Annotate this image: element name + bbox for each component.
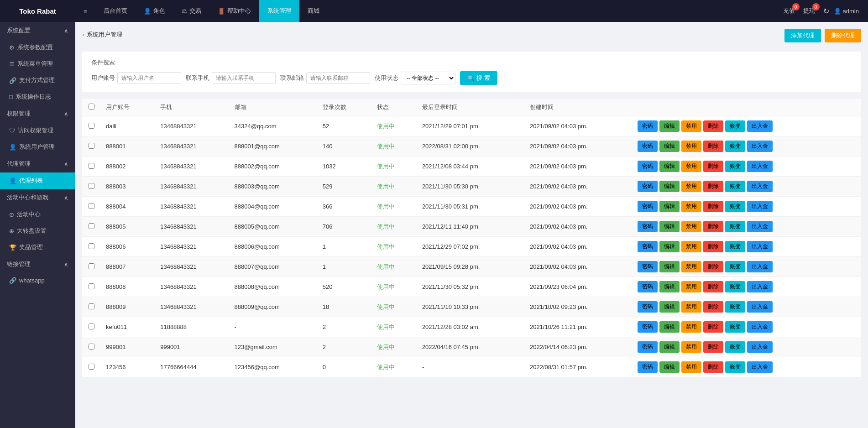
sidebar-group-link[interactable]: 链接管理 ∧ xyxy=(0,256,75,273)
disable-button[interactable]: 禁用 xyxy=(681,120,701,132)
edit-button[interactable]: 编辑 xyxy=(659,301,680,313)
nav-system[interactable]: 系统管理 xyxy=(259,0,299,22)
account-change-button[interactable]: 账变 xyxy=(725,241,745,252)
row-checkbox[interactable] xyxy=(89,324,94,329)
delete-button[interactable]: 删除 xyxy=(703,281,723,292)
account-change-button[interactable]: 账变 xyxy=(725,141,745,152)
row-checkbox[interactable] xyxy=(89,344,94,350)
row-checkbox[interactable] xyxy=(89,364,94,370)
edit-button[interactable]: 编辑 xyxy=(659,241,680,252)
nav-role[interactable]: 👤 角色 xyxy=(136,0,173,22)
disable-button[interactable]: 禁用 xyxy=(681,361,701,373)
password-button[interactable]: 密码 xyxy=(638,221,658,232)
delete-agent-button[interactable]: 删除代理 xyxy=(825,29,861,42)
delete-button[interactable]: 删除 xyxy=(703,221,723,232)
edit-button[interactable]: 编辑 xyxy=(659,141,680,152)
add-agent-button[interactable]: 添加代理 xyxy=(784,29,821,42)
password-button[interactable]: 密码 xyxy=(638,281,658,292)
sidebar-item-payment[interactable]: 🔗 支付方式管理 xyxy=(0,72,75,89)
sidebar-item-wheel[interactable]: ⊕ 大转盘设置 xyxy=(0,223,75,239)
delete-button[interactable]: 删除 xyxy=(703,181,723,192)
disable-button[interactable]: 禁用 xyxy=(681,301,701,313)
delete-button[interactable]: 删除 xyxy=(703,161,723,172)
edit-button[interactable]: 编辑 xyxy=(659,361,680,373)
deposit-button[interactable]: 出入金 xyxy=(747,181,773,192)
sidebar-group-agent[interactable]: 代理管理 ∧ xyxy=(0,155,75,172)
disable-button[interactable]: 禁用 xyxy=(681,181,701,192)
row-checkbox[interactable] xyxy=(89,163,94,169)
account-change-button[interactable]: 账变 xyxy=(725,321,745,333)
edit-button[interactable]: 编辑 xyxy=(659,201,680,212)
edit-button[interactable]: 编辑 xyxy=(659,321,680,333)
deposit-button[interactable]: 出入金 xyxy=(747,120,773,132)
sidebar-item-activity-center[interactable]: ⊙ 活动中心 xyxy=(0,206,75,223)
password-button[interactable]: 密码 xyxy=(638,321,658,333)
account-change-button[interactable]: 账变 xyxy=(725,221,745,232)
deposit-button[interactable]: 出入金 xyxy=(747,161,773,172)
delete-button[interactable]: 删除 xyxy=(703,341,723,353)
account-change-button[interactable]: 账变 xyxy=(725,201,745,212)
deposit-button[interactable]: 出入金 xyxy=(747,221,773,232)
row-checkbox[interactable] xyxy=(89,263,94,269)
edit-button[interactable]: 编辑 xyxy=(659,341,680,353)
row-checkbox[interactable] xyxy=(89,303,94,309)
account-change-button[interactable]: 账变 xyxy=(725,161,745,172)
sidebar-item-whatsapp[interactable]: 🔗 whatsapp xyxy=(0,273,75,288)
deposit-button[interactable]: 出入金 xyxy=(747,261,773,272)
sidebar-item-user-management[interactable]: 👤 系统用户管理 xyxy=(0,139,75,155)
nav-dashboard[interactable]: 后台首页 xyxy=(95,0,136,22)
password-button[interactable]: 密码 xyxy=(638,181,658,192)
search-status-select[interactable]: -- 全部状态 -- xyxy=(401,72,455,84)
deposit-button[interactable]: 出入金 xyxy=(747,301,773,313)
account-change-button[interactable]: 账变 xyxy=(725,301,745,313)
password-button[interactable]: 密码 xyxy=(638,141,658,152)
password-button[interactable]: 密码 xyxy=(638,120,658,132)
delete-button[interactable]: 删除 xyxy=(703,120,723,132)
select-all-checkbox[interactable] xyxy=(89,104,94,110)
password-button[interactable]: 密码 xyxy=(638,361,658,373)
password-button[interactable]: 密码 xyxy=(638,161,658,172)
delete-button[interactable]: 删除 xyxy=(703,321,723,333)
password-button[interactable]: 密码 xyxy=(638,261,658,272)
disable-button[interactable]: 禁用 xyxy=(681,161,701,172)
row-checkbox[interactable] xyxy=(89,203,94,209)
row-checkbox[interactable] xyxy=(89,243,94,249)
deposit-button[interactable]: 出入金 xyxy=(747,201,773,212)
password-button[interactable]: 密码 xyxy=(638,201,658,212)
deposit-button[interactable]: 出入金 xyxy=(747,321,773,333)
disable-button[interactable]: 禁用 xyxy=(681,141,701,152)
nav-help[interactable]: 🚪 帮助中心 xyxy=(209,0,259,22)
sidebar-item-agent-list[interactable]: 👤 代理列表 xyxy=(0,172,75,189)
sidebar-group-permission[interactable]: 权限管理 ∧ xyxy=(0,105,75,122)
tixian-action[interactable]: 提现 0 xyxy=(803,7,815,15)
delete-button[interactable]: 删除 xyxy=(703,261,723,272)
deposit-button[interactable]: 出入金 xyxy=(747,141,773,152)
sidebar-item-system-menu[interactable]: ☰ 系统菜单管理 xyxy=(0,56,75,72)
deposit-button[interactable]: 出入金 xyxy=(747,341,773,353)
edit-button[interactable]: 编辑 xyxy=(659,161,680,172)
password-button[interactable]: 密码 xyxy=(638,301,658,313)
delete-button[interactable]: 删除 xyxy=(703,141,723,152)
admin-info[interactable]: 👤 admin xyxy=(834,8,859,15)
account-change-button[interactable]: 账变 xyxy=(725,120,745,132)
row-checkbox[interactable] xyxy=(89,123,94,129)
disable-button[interactable]: 禁用 xyxy=(681,281,701,292)
deposit-button[interactable]: 出入金 xyxy=(747,361,773,373)
edit-button[interactable]: 编辑 xyxy=(659,120,680,132)
deposit-button[interactable]: 出入金 xyxy=(747,241,773,252)
edit-button[interactable]: 编辑 xyxy=(659,261,680,272)
chongzhi-action[interactable]: 充值 0 xyxy=(783,7,795,15)
disable-button[interactable]: 禁用 xyxy=(681,341,701,353)
account-change-button[interactable]: 账变 xyxy=(725,261,745,272)
disable-button[interactable]: 禁用 xyxy=(681,321,701,333)
sidebar-item-access-control[interactable]: 🛡 访问权限管理 xyxy=(0,122,75,139)
edit-button[interactable]: 编辑 xyxy=(659,281,680,292)
refresh-icon[interactable]: ↻ xyxy=(823,7,829,16)
row-checkbox[interactable] xyxy=(89,143,94,149)
disable-button[interactable]: 禁用 xyxy=(681,201,701,212)
sidebar-item-prize[interactable]: 🏆 奖品管理 xyxy=(0,239,75,256)
delete-button[interactable]: 删除 xyxy=(703,241,723,252)
edit-button[interactable]: 编辑 xyxy=(659,181,680,192)
nav-trade[interactable]: ⚖ 交易 xyxy=(173,0,209,22)
delete-button[interactable]: 删除 xyxy=(703,361,723,373)
